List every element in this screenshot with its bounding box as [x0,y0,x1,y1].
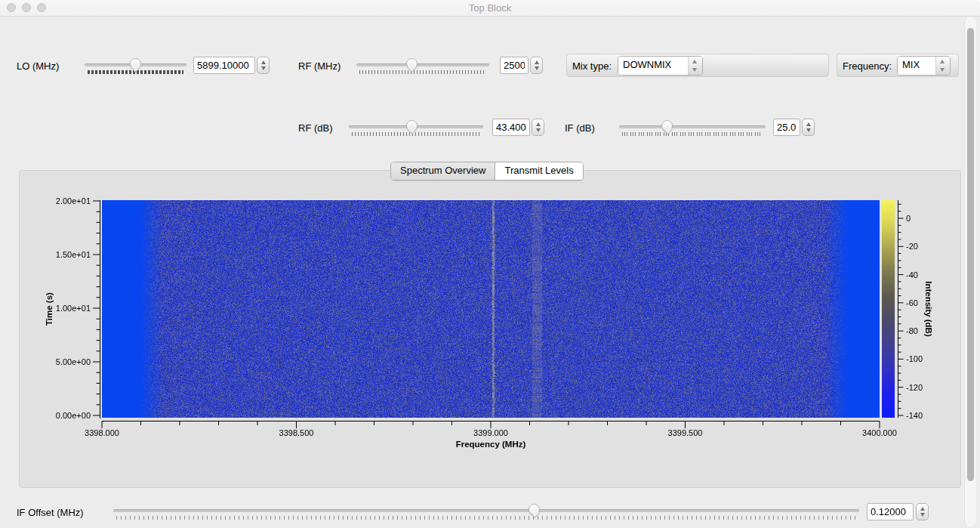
rf-mhz-slider-thumb[interactable] [406,58,418,69]
rf-mhz-stepper[interactable] [530,57,543,74]
if-db-label: IF (dB) [565,122,595,134]
tab-bar: Spectrum Overview Transmit Levels [390,162,584,181]
tab-spectrum-overview[interactable]: Spectrum Overview [391,162,495,180]
if-offset-spinbox[interactable] [867,503,914,520]
rf-mhz-slider-track[interactable] [356,63,489,66]
colorbar [882,200,895,418]
frequency-label: Frequency: [843,60,892,72]
if-offset-slider-track[interactable] [113,509,859,512]
lo-slider-thumb[interactable] [130,58,141,69]
if-db-slider-thumb[interactable] [661,120,673,131]
if-offset-stepper[interactable] [916,503,929,520]
window-title: Top Block [0,2,980,14]
mix-type-chevrons-icon[interactable] [688,57,702,75]
lo-slider[interactable] [85,57,186,76]
app-window: Top Block LO (MHz) RF (MHz) Mix type: DO… [0,0,980,528]
rf-mhz-spinbox[interactable] [500,57,529,74]
frequency-combobox[interactable]: MIX [897,56,951,76]
rf-mhz-slider[interactable] [356,57,489,76]
rf-db-label: RF (dB) [298,122,333,134]
if-db-slider-ticks [622,132,763,136]
if-offset-slider[interactable] [113,503,859,521]
rf-db-slider-thumb[interactable] [406,120,418,131]
scrollbar-thumb[interactable] [967,28,974,481]
titlebar: Top Block [0,0,980,17]
frequency-value: MIX [898,57,935,75]
if-db-stepper[interactable] [802,119,815,136]
if-db-slider[interactable] [619,119,766,137]
if-db-spinbox[interactable] [773,119,800,136]
lo-label: LO (MHz) [17,60,59,72]
waterfall-plot[interactable] [102,200,880,418]
lo-stepper[interactable] [257,57,270,74]
frequency-chevrons-icon[interactable] [935,57,950,75]
if-offset-slider-ticks [116,516,856,520]
tab-transmit-levels[interactable]: Transmit Levels [495,162,582,180]
mix-type-value: DOWNMIX [618,57,688,75]
rf-db-slider-ticks [352,132,480,136]
rf-db-slider[interactable] [349,119,483,137]
rf-db-spinbox[interactable] [492,119,530,136]
vertical-scrollbar[interactable] [964,17,976,526]
lo-spinbox[interactable] [193,57,255,74]
if-offset-label: IF Offset (MHz) [17,507,84,518]
rf-mhz-label: RF (MHz) [298,60,341,72]
mix-type-label: Mix type: [572,60,612,72]
if-offset-slider-thumb[interactable] [529,504,540,515]
rf-db-stepper[interactable] [532,119,544,136]
mix-type-combobox[interactable]: DOWNMIX [618,56,703,76]
if-db-slider-track[interactable] [619,125,766,128]
rf-mhz-slider-ticks [359,70,486,74]
